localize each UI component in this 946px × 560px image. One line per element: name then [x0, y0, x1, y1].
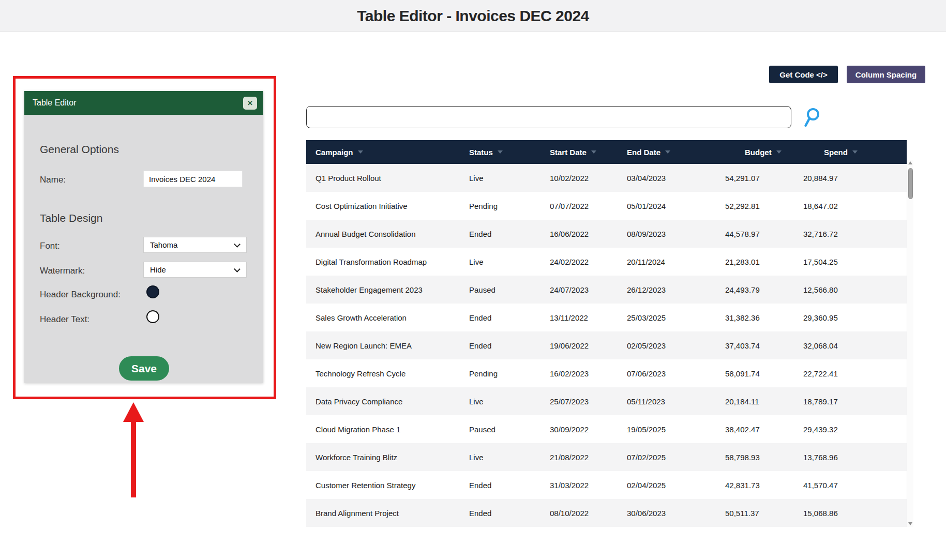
table-row: Stakeholder Engagement 2023Paused24/07/2…: [306, 276, 907, 304]
column-header-label: Spend: [824, 148, 848, 157]
page: Table Editor - Invoices DEC 2024 Get Cod…: [0, 0, 946, 560]
header-background-label: Header Background:: [40, 290, 121, 300]
column-header-label: Status: [469, 148, 493, 157]
table-cell: Workforce Training Blitz: [306, 443, 469, 471]
column-header-status[interactable]: Status: [469, 140, 547, 164]
column-header-label: Campaign: [316, 148, 353, 157]
scrollbar-thumb[interactable]: [908, 168, 913, 199]
chevron-down-icon: [234, 241, 241, 248]
column-header-label: End Date: [627, 148, 660, 157]
table-cell: 07/07/2022: [547, 192, 623, 220]
table-cell: 29,360.95: [779, 304, 907, 331]
table-cell: 29,439.32: [779, 415, 907, 443]
general-options-heading: General Options: [40, 143, 119, 156]
dialog-body: General Options Name: Table Design Font:…: [24, 115, 263, 383]
table-cell: Ended: [469, 331, 547, 359]
table-cell: Live: [469, 248, 547, 276]
table-cell: Cloud Migration Phase 1: [306, 415, 469, 443]
campaign-table: CampaignStatusStart DateEnd DateBudgetSp…: [306, 140, 913, 527]
table-cell: Cost Optimization Initiative: [306, 192, 469, 220]
font-select[interactable]: Tahoma: [143, 237, 247, 253]
column-header-campaign[interactable]: Campaign: [306, 140, 469, 164]
table-cell: Paused: [469, 276, 547, 304]
table-cell: Sales Growth Acceleration: [306, 304, 469, 331]
table-cell: 58,798.93: [699, 443, 779, 471]
table-cell: 58,091.74: [699, 359, 779, 387]
table-cell: Paused: [469, 415, 547, 443]
table-cell: 05/11/2023: [623, 387, 699, 415]
column-header-label: Start Date: [550, 148, 587, 157]
top-title-band: Table Editor - Invoices DEC 2024: [0, 0, 946, 32]
get-code-button[interactable]: Get Code </>: [769, 66, 838, 83]
table-cell: New Region Launch: EMEA: [306, 331, 469, 359]
table-cell: 24,493.79: [699, 276, 779, 304]
sort-chevron-icon[interactable]: [852, 150, 858, 154]
table-row: Cost Optimization InitiativePending07/07…: [306, 192, 907, 220]
table-editor-dialog: Table Editor ✕ General Options Name: Tab…: [24, 91, 263, 383]
table-cell: 17,504.25: [779, 248, 907, 276]
chevron-down-icon: [234, 266, 241, 273]
search-input[interactable]: [306, 106, 791, 128]
table-cell: 44,578.97: [699, 220, 779, 248]
table-cell: 07/06/2023: [623, 359, 699, 387]
table-cell: Customer Retention Strategy: [306, 471, 469, 499]
table-cell: Pending: [469, 359, 547, 387]
table-design-heading: Table Design: [40, 212, 102, 224]
save-button[interactable]: Save: [119, 356, 169, 381]
table-scrollbar[interactable]: [907, 160, 913, 527]
table-cell: 08/10/2022: [547, 499, 623, 527]
table-cell: Annual Budget Consolidation: [306, 220, 469, 248]
table-cell: 19/06/2022: [547, 331, 623, 359]
table-cell: 31,382.36: [699, 304, 779, 331]
sort-chevron-icon[interactable]: [358, 150, 363, 154]
table-cell: 25/03/2025: [623, 304, 699, 331]
annotation-red-arrow: [122, 402, 145, 501]
column-header-budget[interactable]: Budget: [699, 140, 779, 164]
table-cell: Data Privacy Compliance: [306, 387, 469, 415]
table-row: Workforce Training BlitzLive21/08/202207…: [306, 443, 907, 471]
table-cell: 10/02/2022: [547, 164, 623, 192]
table-row: Technology Refresh CyclePending16/02/202…: [306, 359, 907, 387]
sort-chevron-icon[interactable]: [776, 150, 782, 154]
table-row: New Region Launch: EMEAEnded19/06/202202…: [306, 331, 907, 359]
column-header-start-date[interactable]: Start Date: [547, 140, 623, 164]
table-cell: 18,789.17: [779, 387, 907, 415]
font-select-value: Tahoma: [150, 240, 177, 249]
sort-chevron-icon[interactable]: [591, 150, 596, 154]
page-title: Table Editor - Invoices DEC 2024: [357, 7, 589, 25]
table-cell: 24/02/2022: [547, 248, 623, 276]
column-spacing-button[interactable]: Column Spacing: [847, 66, 925, 83]
sort-chevron-icon[interactable]: [665, 150, 670, 154]
table-row: Data Privacy ComplianceLive25/07/202305/…: [306, 387, 907, 415]
table-cell: 16/06/2022: [547, 220, 623, 248]
table-cell: 20/11/2024: [623, 248, 699, 276]
search-icon[interactable]: [801, 107, 821, 132]
header-text-color-swatch[interactable]: [146, 310, 159, 323]
close-icon[interactable]: ✕: [243, 97, 257, 110]
watermark-select[interactable]: Hide: [143, 262, 247, 278]
column-header-label: Budget: [745, 148, 772, 157]
table-row: Customer Retention StrategyEnded31/03/20…: [306, 471, 907, 499]
table-cell: Brand Alignment Project: [306, 499, 469, 527]
column-header-end-date[interactable]: End Date: [623, 140, 699, 164]
table-cell: 32,716.72: [779, 220, 907, 248]
header-background-color-swatch[interactable]: [146, 285, 159, 298]
table-cell: 21/08/2022: [547, 443, 623, 471]
table-row: Sales Growth AccelerationEnded13/11/2022…: [306, 304, 907, 331]
scrollbar-up-arrow-icon[interactable]: [908, 161, 912, 164]
table-cell: Pending: [469, 192, 547, 220]
scrollbar-down-arrow-icon[interactable]: [908, 522, 912, 525]
sort-chevron-icon[interactable]: [498, 150, 503, 154]
name-field[interactable]: [143, 171, 243, 187]
table-cell: 54,291.07: [699, 164, 779, 192]
table-cell: 22,722.41: [779, 359, 907, 387]
table-cell: Technology Refresh Cycle: [306, 359, 469, 387]
table-cell: 21,283.01: [699, 248, 779, 276]
column-header-spend[interactable]: Spend: [779, 140, 907, 164]
table-cell: 20,184.11: [699, 387, 779, 415]
table-cell: 25/07/2023: [547, 387, 623, 415]
table-row: Annual Budget ConsolidationEnded16/06/20…: [306, 220, 907, 248]
table-cell: 15,068.86: [779, 499, 907, 527]
table-cell: 24/07/2023: [547, 276, 623, 304]
table-cell: 20,884.97: [779, 164, 907, 192]
